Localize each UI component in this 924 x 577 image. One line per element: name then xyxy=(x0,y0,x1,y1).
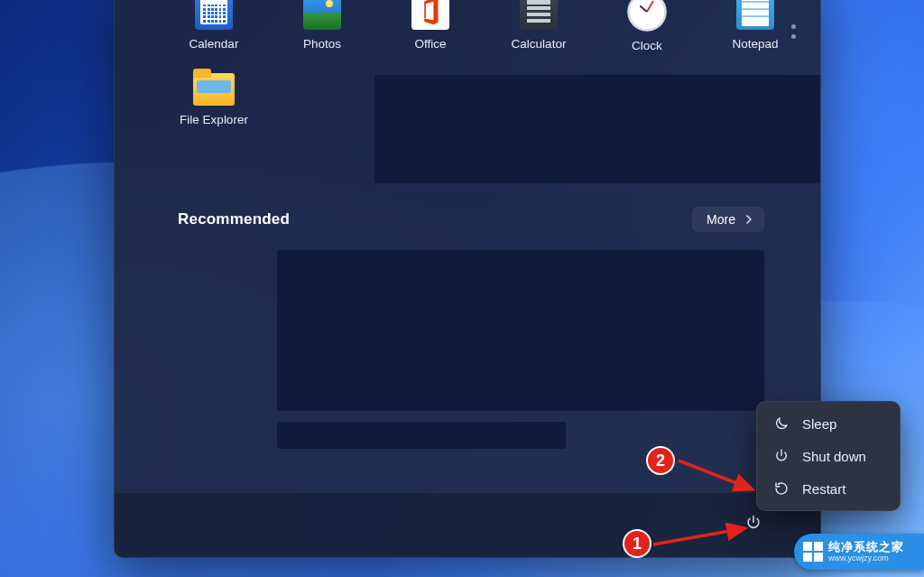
calculator-icon xyxy=(520,0,558,30)
app-label: Notepad xyxy=(732,37,778,51)
chevron-right-icon xyxy=(744,215,753,224)
watermark-badge: 纯净系统之家 www.ycwjzy.com xyxy=(794,534,924,570)
power-icon xyxy=(773,448,790,464)
power-item-label: Shut down xyxy=(802,449,866,464)
app-clock[interactable]: Clock xyxy=(593,0,701,68)
power-sleep[interactable]: Sleep xyxy=(761,407,896,440)
watermark-url: www.ycwjzy.com xyxy=(828,554,904,563)
app-label: Calculator xyxy=(512,37,567,51)
clock-icon xyxy=(627,0,667,32)
more-label: More xyxy=(707,212,735,227)
app-calculator[interactable]: Calculator xyxy=(485,0,593,68)
power-item-label: Restart xyxy=(802,481,845,497)
calendar-icon xyxy=(195,0,233,30)
office-icon xyxy=(411,0,449,30)
redacted-region xyxy=(277,422,566,449)
annotation-arrow-1 xyxy=(650,523,754,550)
power-shutdown[interactable]: Shut down xyxy=(761,440,896,472)
annotation-badge-2: 2 xyxy=(646,446,675,475)
app-file-explorer[interactable]: File Explorer xyxy=(160,68,268,149)
file-explorer-icon xyxy=(193,73,235,106)
app-photos[interactable]: Photos xyxy=(268,0,376,68)
redacted-region xyxy=(374,75,821,183)
windows-logo-icon xyxy=(803,542,823,562)
app-label: Clock xyxy=(632,39,662,52)
power-item-label: Sleep xyxy=(802,416,836,432)
recommended-more-button[interactable]: More xyxy=(692,207,764,232)
watermark-title: 纯净系统之家 xyxy=(828,541,904,553)
app-office[interactable]: Office xyxy=(376,0,485,68)
app-calendar[interactable]: Calendar xyxy=(160,0,268,68)
notepad-icon xyxy=(736,0,774,30)
annotation-arrow-2 xyxy=(675,453,762,498)
annotation-badge-1: 1 xyxy=(623,529,651,558)
photos-icon xyxy=(303,0,341,30)
redacted-region xyxy=(277,250,764,411)
restart-icon xyxy=(773,480,790,497)
moon-icon xyxy=(773,415,790,432)
svg-line-1 xyxy=(679,461,753,489)
app-label: Photos xyxy=(303,37,341,51)
svg-line-0 xyxy=(653,528,745,544)
recommended-heading: Recommended xyxy=(178,210,290,228)
app-label: File Explorer xyxy=(180,113,248,126)
power-restart[interactable]: Restart xyxy=(761,472,896,505)
power-options-menu: Sleep Shut down Restart xyxy=(756,401,901,511)
app-label: Calendar xyxy=(189,37,239,51)
app-label: Office xyxy=(414,37,446,51)
pinned-overflow-button[interactable] xyxy=(782,15,804,48)
